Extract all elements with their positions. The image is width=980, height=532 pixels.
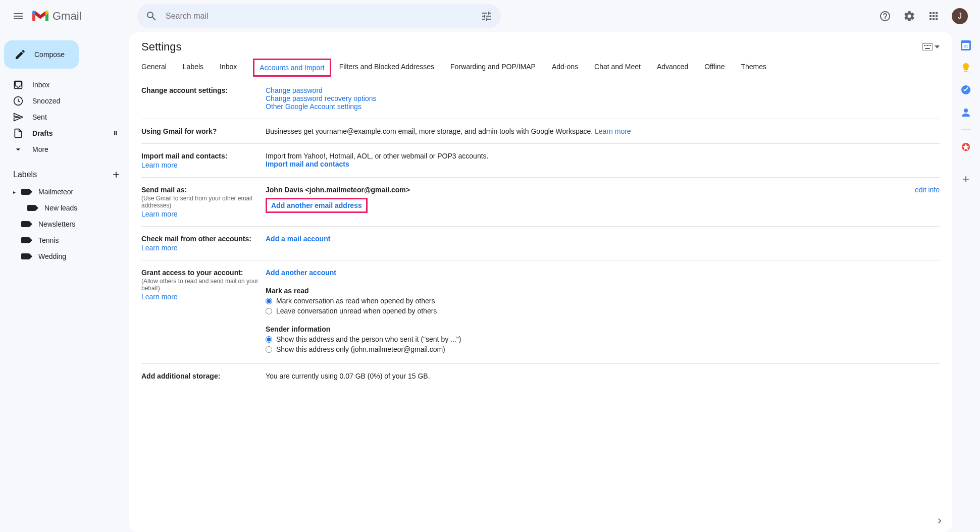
chevron-right-icon: [935, 516, 945, 526]
search-bar: [137, 4, 501, 28]
tab-labels[interactable]: Labels: [183, 58, 212, 78]
label-icon: [21, 237, 29, 243]
input-language-select[interactable]: [922, 43, 940, 50]
label-new-leads[interactable]: New leads: [0, 200, 129, 216]
side-app-calendar[interactable]: 31: [961, 40, 971, 50]
link-add-mail-account[interactable]: Add a mail account: [266, 235, 330, 243]
label-import: Import mail and contacts:: [141, 152, 227, 160]
row-grant-access: Grant access to your account: (Allow oth…: [141, 260, 940, 364]
tab-accounts-import[interactable]: Accounts and Import: [253, 59, 331, 77]
side-app-tasks[interactable]: [961, 85, 971, 95]
gear-icon: [903, 10, 915, 22]
label-grant-access: Grant access to your account:: [141, 269, 243, 277]
add-label-button[interactable]: [111, 170, 121, 180]
label-storage: Add additional storage:: [141, 372, 266, 380]
tab-offline[interactable]: Offline: [704, 58, 733, 78]
tab-inbox[interactable]: Inbox: [220, 58, 245, 78]
sidebar: Compose Inbox Snoozed Sent Drafts 8 M: [0, 32, 129, 532]
contacts-icon: [961, 107, 971, 117]
label-check-mail: Check mail from other accounts:: [141, 235, 251, 243]
nav-drafts[interactable]: Drafts 8: [0, 125, 123, 141]
search-button[interactable]: [141, 6, 162, 26]
row-import: Import mail and contacts: Learn more Imp…: [141, 144, 940, 178]
main-menu-button[interactable]: [6, 4, 30, 28]
keep-icon: [961, 63, 971, 73]
tab-advanced[interactable]: Advanced: [657, 58, 696, 78]
label-mailmeteor[interactable]: ▸ Mailmeteor: [0, 184, 129, 200]
row-check-mail: Check mail from other accounts: Learn mo…: [141, 227, 940, 260]
tasks-icon: [961, 85, 971, 95]
link-import-learn-more[interactable]: Learn more: [141, 161, 266, 169]
plus-icon: [961, 174, 971, 184]
label-work: Using Gmail for work?: [141, 127, 266, 135]
link-check-mail-learn-more[interactable]: Learn more: [141, 244, 266, 252]
settings-title: Settings: [141, 40, 182, 54]
label-newsletters[interactable]: Newsletters: [0, 216, 129, 232]
side-app-addon[interactable]: [961, 142, 971, 152]
link-send-as-learn-more[interactable]: Learn more: [141, 210, 266, 218]
inbox-icon: [13, 80, 23, 90]
link-add-another-account[interactable]: Add another account: [266, 269, 336, 277]
svg-rect-10: [964, 71, 967, 72]
draft-icon: [13, 128, 23, 138]
label-wedding[interactable]: Wedding: [0, 248, 129, 264]
addon-icon: [961, 142, 971, 152]
side-app-add[interactable]: [961, 174, 971, 184]
link-grant-learn-more[interactable]: Learn more: [141, 293, 266, 301]
link-import-contacts[interactable]: Import mail and contacts: [266, 160, 349, 168]
side-app-keep[interactable]: [961, 63, 971, 73]
radio-show-both[interactable]: [266, 336, 272, 343]
search-options-button[interactable]: [477, 6, 497, 26]
logo-area[interactable]: Gmail: [32, 10, 133, 23]
link-other-settings[interactable]: Other Google Account settings: [266, 102, 362, 111]
settings-tabs: General Labels Inbox Accounts and Import…: [129, 58, 952, 78]
tab-chat-meet[interactable]: Chat and Meet: [594, 58, 649, 78]
clock-icon: [13, 96, 23, 106]
nav-snoozed[interactable]: Snoozed: [0, 93, 123, 109]
nav-more[interactable]: More: [0, 141, 123, 157]
gmail-logo-text: Gmail: [53, 10, 81, 23]
menu-icon: [12, 10, 24, 22]
link-change-recovery[interactable]: Change password recovery options: [266, 94, 376, 102]
link-add-email-address[interactable]: Add another email address: [271, 201, 362, 209]
text-import: Import from Yahoo!, Hotmail, AOL, or oth…: [266, 152, 940, 160]
text-storage: You are currently using 0.07 GB (0%) of …: [266, 372, 940, 380]
side-panel-collapse[interactable]: [935, 516, 945, 526]
subtext-send-as: (Use Gmail to send from your other email…: [141, 195, 266, 209]
tab-filters[interactable]: Filters and Blocked Addresses: [339, 58, 442, 78]
settings-button[interactable]: [899, 6, 919, 26]
svg-point-12: [964, 109, 968, 113]
tab-forwarding[interactable]: Forwarding and POP/IMAP: [450, 58, 544, 78]
svg-rect-5: [930, 45, 931, 46]
account-avatar[interactable]: J: [952, 8, 968, 24]
label-tennis[interactable]: Tennis: [0, 232, 129, 248]
labels-header: Labels: [0, 166, 129, 184]
side-app-contacts[interactable]: [961, 107, 971, 117]
row-change-account: Change account settings: Change password…: [141, 78, 940, 119]
link-work-learn-more[interactable]: Learn more: [595, 127, 631, 135]
send-icon: [13, 112, 23, 122]
nav-sent[interactable]: Sent: [0, 109, 123, 125]
chevron-down-icon: [13, 144, 23, 154]
compose-button[interactable]: Compose: [4, 40, 79, 69]
link-change-password[interactable]: Change password: [266, 86, 323, 94]
row-send-as: Send mail as: (Use Gmail to send from yo…: [141, 178, 940, 227]
settings-panel: Settings General Labels Inbox Accounts a…: [129, 32, 952, 532]
svg-text:31: 31: [964, 44, 968, 48]
label-icon: [21, 189, 29, 195]
search-input[interactable]: [162, 12, 477, 21]
tab-addons[interactable]: Add-ons: [552, 58, 586, 78]
support-button[interactable]: [875, 6, 895, 26]
apps-button[interactable]: [923, 6, 944, 26]
link-edit-info[interactable]: edit info: [915, 186, 940, 194]
radio-leave-unread[interactable]: [266, 308, 272, 314]
tab-general[interactable]: General: [141, 58, 175, 78]
radio-show-address-only[interactable]: [266, 346, 272, 353]
tab-themes[interactable]: Themes: [741, 58, 775, 78]
expand-icon[interactable]: ▸: [13, 189, 19, 195]
label-icon: [21, 253, 29, 259]
svg-rect-2: [925, 45, 926, 46]
pencil-icon: [14, 48, 26, 61]
nav-inbox[interactable]: Inbox: [0, 77, 123, 93]
radio-mark-read[interactable]: [266, 298, 272, 304]
